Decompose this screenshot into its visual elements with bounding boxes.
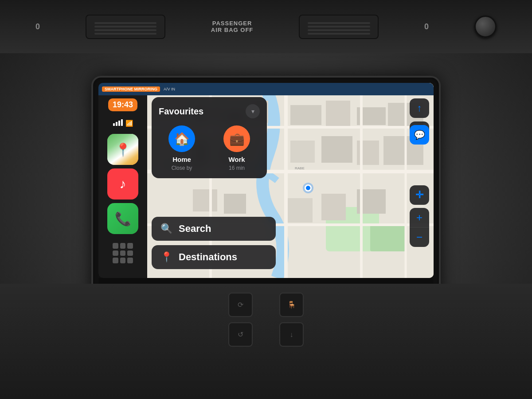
bar-4 xyxy=(121,119,123,126)
pan-icon: ✛ xyxy=(415,189,423,201)
mirroring-badge: SMARTPHONE MIRRORING xyxy=(102,86,160,92)
grid-dot-2 xyxy=(120,243,126,249)
app-sidebar: 19:43 📶 📍 ♪ xyxy=(98,83,147,278)
favourite-home[interactable]: 🏠 Home Close by xyxy=(159,125,205,171)
seat-btn-3[interactable]: ↺ xyxy=(228,322,253,347)
svg-rect-6 xyxy=(290,105,321,125)
seat-btn-4[interactable]: ↓ xyxy=(279,322,304,347)
left-vent xyxy=(86,15,165,39)
svg-rect-7 xyxy=(326,101,350,127)
svg-text:RABE: RABE xyxy=(295,166,305,170)
phone-icon: 📞 xyxy=(115,211,131,227)
pan-button[interactable]: ✛ xyxy=(410,185,429,205)
avin-label: A/V IN xyxy=(164,87,175,91)
screen-frame: SMARTPHONE MIRRORING A/V IN 19:43 📶 xyxy=(93,78,439,308)
destinations-icon: 📍 xyxy=(160,251,172,263)
favourites-card: Favourites ▾ 🏠 Home Close by xyxy=(152,97,267,178)
seat-icon-2: 🪑 xyxy=(287,301,296,309)
seat-icon-1: ⟳ xyxy=(238,301,243,309)
favourites-header: Favourites ▾ xyxy=(159,104,260,118)
favourites-title: Favourites xyxy=(159,106,203,117)
work-label: Work xyxy=(228,156,245,163)
seat-btn-1[interactable]: ⟳ xyxy=(228,293,253,317)
maps-pin-icon: 📍 xyxy=(115,142,131,157)
maps-icon-inner: 📍 xyxy=(107,134,138,165)
grid-dot-5 xyxy=(120,250,126,256)
svg-rect-19 xyxy=(321,194,346,220)
zoom-controls: + − xyxy=(410,208,429,247)
destinations-label: Destinations xyxy=(179,251,237,263)
pan-control-container: ✛ xyxy=(410,185,429,205)
minus-icon: − xyxy=(416,231,422,243)
svg-rect-16 xyxy=(193,189,217,211)
seat-btn-2[interactable]: 🪑 xyxy=(279,293,304,317)
music-app-icon[interactable]: ♪ xyxy=(107,168,138,200)
svg-rect-12 xyxy=(290,141,315,163)
grid-dot-3 xyxy=(127,243,133,249)
phone-app-icon[interactable]: 📞 xyxy=(107,203,138,234)
house-symbol: 🏠 xyxy=(174,132,190,146)
all-apps-icon[interactable] xyxy=(107,238,138,269)
search-button[interactable]: 🔍 Search xyxy=(152,217,276,241)
favourite-work[interactable]: 💼 Work 16 min xyxy=(214,125,260,171)
maps-app-icon[interactable]: 📍 xyxy=(107,134,138,165)
home-label: Home xyxy=(172,156,191,163)
grid-dot-6 xyxy=(127,250,133,256)
signal-bars xyxy=(113,119,123,126)
action-buttons: 🔍 Search 📍 Destinations xyxy=(152,217,276,269)
compass-icon: ↑ xyxy=(417,102,422,114)
zoom-in-button[interactable]: + xyxy=(410,208,429,227)
work-icon: 💼 xyxy=(223,125,250,152)
screen-display: SMARTPHONE MIRRORING A/V IN 19:43 📶 xyxy=(98,83,434,278)
user-location-dot xyxy=(305,184,312,192)
right-zero: 0 xyxy=(424,22,429,31)
svg-rect-2 xyxy=(370,225,406,251)
bar-2 xyxy=(116,122,117,126)
search-label: Search xyxy=(179,223,211,235)
right-vent xyxy=(299,15,379,39)
svg-rect-13 xyxy=(321,136,352,163)
briefcase-symbol: 💼 xyxy=(229,132,245,146)
status-bar: SMARTPHONE MIRRORING A/V IN xyxy=(98,83,434,95)
traffic-button[interactable]: 💬 xyxy=(410,125,429,145)
plus-icon: + xyxy=(416,211,422,224)
right-knob[interactable] xyxy=(474,16,497,38)
bottom-controls-row-2: ↺ ↓ xyxy=(228,322,304,347)
time-display: 19:43 xyxy=(108,98,137,111)
seat-icon-4: ↓ xyxy=(290,331,293,339)
home-icon: 🏠 xyxy=(168,125,195,152)
traffic-button-container: 💬 xyxy=(410,125,429,145)
compass-button[interactable]: ↑ xyxy=(410,98,429,118)
bottom-controls-row-1: ⟳ 🪑 xyxy=(228,293,304,317)
destinations-button[interactable]: 📍 Destinations xyxy=(152,245,276,269)
traffic-icon: 💬 xyxy=(414,129,425,140)
zoom-group: + − xyxy=(410,208,429,247)
grid-dot-1 xyxy=(113,243,118,249)
bar-1 xyxy=(113,123,115,126)
top-dashboard: 0 PASSENGERAIR BAG OFF 0 xyxy=(0,0,532,53)
zoom-out-button[interactable]: − xyxy=(410,227,429,247)
music-note-icon: ♪ xyxy=(120,176,126,192)
grid-dot-4 xyxy=(113,250,118,256)
grid-dot-9 xyxy=(127,258,133,263)
bottom-dashboard: ⟳ 🪑 ↺ ↓ xyxy=(0,284,532,399)
wifi-icon: 📶 xyxy=(125,120,133,127)
chevron-down-icon: ▾ xyxy=(251,108,254,115)
left-zero: 0 xyxy=(35,22,40,31)
seat-icon-3: ↺ xyxy=(238,330,243,339)
grid-dot-7 xyxy=(113,258,118,263)
home-subtitle: Close by xyxy=(172,165,192,171)
work-subtitle: 16 min xyxy=(229,165,245,171)
search-icon: 🔍 xyxy=(160,223,172,235)
map-view[interactable]: BUNDESSTRASSE RABE Favourites ▾ � xyxy=(147,83,434,278)
svg-rect-17 xyxy=(224,194,246,214)
bar-3 xyxy=(118,121,120,126)
car-interior: 0 PASSENGERAIR BAG OFF 0 SMARTPHONE MIRR… xyxy=(0,0,532,399)
collapse-button[interactable]: ▾ xyxy=(246,104,260,118)
grid-dot-8 xyxy=(120,258,126,263)
svg-rect-18 xyxy=(286,198,313,223)
signal-row: 📶 xyxy=(113,119,133,127)
favourites-items: 🏠 Home Close by 💼 Work 16 min xyxy=(159,125,260,171)
airbag-label: PASSENGERAIR BAG OFF xyxy=(211,20,254,33)
